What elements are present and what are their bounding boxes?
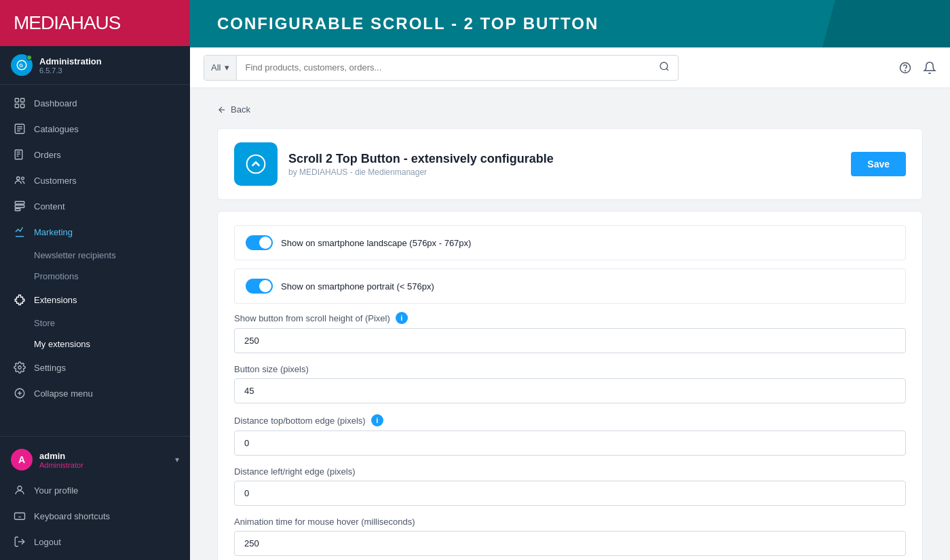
sidebar: MEDIAHAUS G Administration 6.5.7.3 Dashb… — [0, 0, 190, 560]
user-row[interactable]: A admin Administrator ▾ — [0, 442, 190, 477]
toggle-landscape-switch[interactable] — [246, 235, 273, 250]
sidebar-item-customers[interactable]: Customers — [0, 167, 190, 193]
field-label-text-animation-time: Animation time for mouse hover (millisec… — [234, 517, 415, 527]
search-button[interactable] — [651, 61, 678, 74]
svg-point-36 — [905, 70, 906, 71]
sidebar-label-store: Store — [34, 318, 55, 328]
field-animation-time: Animation time for mouse hover (millisec… — [234, 517, 906, 556]
plugin-header: Scroll 2 Top Button - extensively config… — [217, 128, 923, 200]
collapse-icon — [14, 387, 26, 399]
svg-line-34 — [666, 68, 668, 71]
toggle-portrait-label: Show on smartphone portrait (< 576px) — [281, 281, 434, 292]
plugin-author: by MEDIAHAUS - die Medienmanager — [288, 167, 840, 177]
user-initial: A — [18, 454, 25, 465]
nav-section: Dashboard Catalogues Orders Customers Co… — [0, 85, 190, 436]
svg-rect-24 — [15, 513, 25, 520]
search-filter-chevron: ▾ — [225, 62, 229, 73]
sidebar-label-my-extensions: My extensions — [34, 339, 90, 349]
search-input[interactable] — [237, 56, 651, 80]
svg-rect-4 — [15, 104, 18, 108]
toggle-landscape-label: Show on smartphone landscape (576px - 76… — [281, 238, 471, 248]
user-info: admin Administrator — [39, 451, 168, 469]
sidebar-label-marketing: Marketing — [34, 227, 73, 237]
field-input-distance-left-right[interactable] — [234, 481, 906, 506]
field-input-animation-time[interactable] — [234, 531, 906, 556]
breadcrumb: Back — [217, 104, 923, 115]
search-wrapper: All ▾ — [204, 55, 679, 81]
sidebar-bottom: A admin Administrator ▾ Your profile Key… — [0, 436, 190, 560]
plugin-info: Scroll 2 Top Button - extensively config… — [288, 152, 840, 177]
svg-point-19 — [18, 366, 22, 369]
help-icon — [898, 61, 912, 75]
sidebar-item-logout[interactable]: Logout — [0, 529, 190, 555]
sidebar-item-profile[interactable]: Your profile — [0, 477, 190, 503]
field-label-animation-time: Animation time for mouse hover (millisec… — [234, 517, 906, 527]
logo-haus: HAUS — [71, 12, 121, 33]
toggle-portrait: Show on smartphone portrait (< 576px) — [234, 268, 906, 304]
admin-icon: G — [11, 54, 33, 76]
svg-point-38 — [247, 155, 265, 174]
topbar: All ▾ — [190, 47, 950, 88]
notifications-icon — [923, 61, 936, 75]
field-distance-top-bottom: Distance top/bottom edge (pixels) i — [234, 414, 906, 456]
sidebar-item-dashboard[interactable]: Dashboard — [0, 90, 190, 116]
field-input-distance-top-bottom[interactable] — [234, 431, 906, 456]
sidebar-label-customers: Customers — [34, 176, 77, 186]
content-icon — [14, 200, 26, 212]
main-area: CONFIGURABLE SCROLL - 2 TOP BUTTON All ▾ — [190, 0, 950, 560]
field-input-scroll-height[interactable] — [234, 328, 906, 353]
field-distance-left-right: Distance left/right edge (pixels) — [234, 466, 906, 506]
sidebar-label-settings: Settings — [34, 363, 66, 373]
sidebar-label-keyboard: Keyboard shortcuts — [34, 511, 110, 521]
field-label-scroll-height: Show button from scroll height of (Pixel… — [234, 312, 906, 324]
info-icon-scroll-height[interactable]: i — [396, 312, 408, 324]
dashboard-icon — [14, 97, 26, 109]
sidebar-item-extensions[interactable]: Extensions — [0, 287, 190, 313]
marketing-icon — [14, 226, 26, 238]
field-label-text-distance-left-right: Distance left/right edge (pixels) — [234, 466, 355, 477]
svg-rect-3 — [21, 98, 24, 102]
field-label-text-button-size: Button size (pixels) — [234, 364, 309, 374]
back-label[interactable]: Back — [231, 104, 250, 115]
save-button[interactable]: Save — [851, 152, 906, 176]
scroll-top-icon — [245, 153, 267, 175]
svg-point-23 — [18, 486, 22, 490]
user-role: Administrator — [39, 461, 168, 469]
online-indicator — [26, 55, 32, 60]
sidebar-label-promotions: Promotions — [34, 271, 79, 281]
notifications-button[interactable] — [923, 61, 936, 75]
field-scroll-height: Show button from scroll height of (Pixel… — [234, 312, 906, 353]
sidebar-item-catalogues[interactable]: Catalogues — [0, 116, 190, 142]
logout-icon — [14, 536, 26, 548]
sidebar-item-store[interactable]: Store — [0, 313, 190, 334]
sidebar-item-keyboard[interactable]: Keyboard shortcuts — [0, 503, 190, 529]
toggle-portrait-switch[interactable] — [246, 279, 273, 294]
sidebar-item-collapse[interactable]: Collapse menu — [0, 380, 190, 406]
field-input-button-size[interactable] — [234, 378, 906, 403]
sidebar-item-orders[interactable]: Orders — [0, 142, 190, 167]
sidebar-label-logout: Logout — [34, 537, 61, 547]
customers-icon — [14, 174, 26, 186]
help-button[interactable] — [898, 61, 912, 75]
logo-area: MEDIAHAUS — [0, 0, 190, 46]
back-arrow-icon — [217, 105, 227, 115]
sidebar-item-promotions[interactable]: Promotions — [0, 266, 190, 287]
svg-point-15 — [22, 177, 24, 180]
sidebar-item-settings[interactable]: Settings — [0, 355, 190, 380]
banner-title: CONFIGURABLE SCROLL - 2 TOP BUTTON — [217, 14, 598, 33]
toggle-landscape: Show on smartphone landscape (576px - 76… — [234, 225, 906, 260]
sidebar-item-newsletter[interactable]: Newsletter recipients — [0, 245, 190, 266]
info-icon-distance-top-bottom[interactable]: i — [371, 414, 383, 426]
sidebar-item-marketing[interactable]: Marketing — [0, 219, 190, 245]
sidebar-label-dashboard: Dashboard — [34, 98, 77, 108]
sidebar-item-my-extensions[interactable]: My extensions — [0, 334, 190, 355]
user-avatar: A — [11, 449, 33, 471]
search-filter[interactable]: All ▾ — [204, 56, 237, 80]
profile-icon — [14, 484, 26, 496]
extensions-icon — [14, 294, 26, 306]
field-label-text-scroll-height: Show button from scroll height of (Pixel… — [234, 313, 390, 323]
sidebar-label-collapse: Collapse menu — [34, 388, 93, 399]
svg-rect-18 — [15, 209, 20, 211]
sidebar-item-content[interactable]: Content — [0, 193, 190, 219]
admin-g-icon: G — [16, 59, 28, 71]
